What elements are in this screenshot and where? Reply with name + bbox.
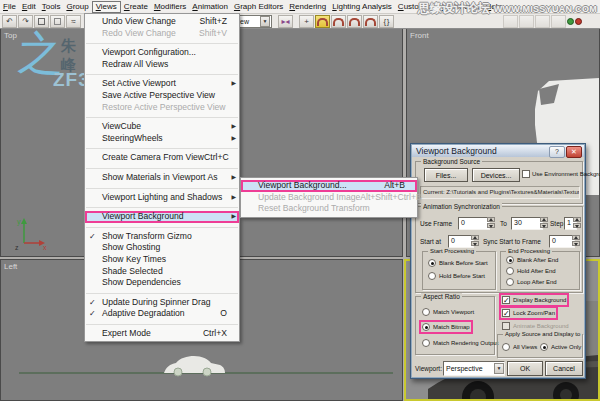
radio-selected-icon: [540, 343, 548, 351]
menu-separator: [86, 320, 238, 325]
dialog-close-button[interactable]: ✕: [566, 146, 582, 158]
match-rendering-output-radio[interactable]: Match Rendering Output: [422, 339, 498, 347]
views-menu: Undo View ChangeShift+Z Redo View Change…: [84, 13, 240, 342]
menu-file[interactable]: File: [0, 1, 19, 13]
menu-item-viewcube[interactable]: ViewCube▶: [85, 121, 239, 133]
devices-button[interactable]: Devices...: [472, 168, 520, 182]
active-only-radio[interactable]: Active Only: [540, 343, 581, 351]
step-spinner[interactable]: [573, 217, 581, 228]
files-button[interactable]: Files...: [424, 168, 468, 182]
menu-item-shade-selected[interactable]: Shade Selected: [85, 266, 239, 278]
select-and-manipulate-icon[interactable]: +: [299, 15, 314, 28]
bind-to-spacewarp-icon[interactable]: ≈: [66, 15, 81, 28]
sync-start-spinner[interactable]: [572, 235, 580, 246]
menu-item-show-materials-in-viewport-as[interactable]: Show Materials in Viewport As▶: [85, 172, 239, 184]
menu-item-show-key-times[interactable]: Show Key Times: [85, 254, 239, 266]
start-at-spinner[interactable]: [471, 235, 479, 246]
ok-button[interactable]: OK: [507, 361, 543, 376]
hold-before-start-radio[interactable]: Hold Before Start: [428, 272, 485, 280]
viewport-background-dialog: Viewport Background ? ✕ Background Sourc…: [410, 143, 586, 379]
blank-after-end-radio[interactable]: Blank After End: [506, 256, 558, 264]
to-spinner[interactable]: [540, 217, 548, 228]
angle-snap-icon[interactable]: [331, 15, 346, 28]
loop-after-end-radio[interactable]: Loop After End: [506, 278, 557, 286]
menu-separator: [86, 39, 238, 44]
menu-views[interactable]: Views: [92, 1, 121, 13]
match-bitmap-radio[interactable]: Match Bitmap: [422, 323, 470, 331]
animation-sync-group: Animation Synchronization Use Frame 0 To…: [415, 206, 583, 293]
menu-item-show-dependencies[interactable]: Show Dependencies: [85, 277, 239, 289]
step-label: Step: [550, 220, 563, 227]
lock-zoom-pan-checkbox[interactable]: ✓ Lock Zoom/Pan: [502, 309, 555, 317]
end-processing-group: End Processing Blank After End Hold Afte…: [500, 251, 580, 290]
viewport-dropdown[interactable]: Perspective ▼: [443, 361, 505, 376]
submenu-arrow-icon: ▶: [231, 172, 236, 184]
menu-item-viewport-background[interactable]: Viewport Background▶: [85, 211, 239, 223]
menu-item-restore-active-perspective-view[interactable]: Restore Active Perspective View: [85, 102, 239, 114]
menu-item-adaptive-degradation[interactable]: ✓Adaptive DegradationO: [85, 308, 239, 320]
dialog-titlebar[interactable]: Viewport Background ? ✕: [412, 145, 584, 157]
checkmark-icon: ✓: [89, 231, 96, 243]
to-field[interactable]: 30: [511, 217, 543, 230]
use-frame-spinner[interactable]: [487, 217, 495, 228]
use-frame-field[interactable]: 0: [458, 217, 490, 230]
unlink-selection-icon[interactable]: [50, 15, 65, 28]
menu-item-redo-view-change[interactable]: Redo View ChangeShift+V: [85, 28, 239, 40]
use-environment-background-checkbox[interactable]: Use Environment Background: [522, 170, 600, 178]
menu-item-redraw-all-views[interactable]: Redraw All Views: [85, 59, 239, 71]
undo-icon[interactable]: ↶: [2, 15, 17, 28]
viewport-front-label: Front: [410, 31, 429, 40]
match-viewport-radio[interactable]: Match Viewport: [422, 308, 474, 316]
spinner-snap-icon[interactable]: [363, 15, 378, 28]
animate-background-checkbox[interactable]: Animate Background: [502, 322, 569, 330]
menu-item-viewport-configuration[interactable]: Viewport Configuration...: [85, 47, 239, 59]
dialog-help-button[interactable]: ?: [549, 146, 565, 158]
select-and-link-icon[interactable]: [34, 15, 49, 28]
submenu-item-update-background-image[interactable]: Update Background ImageAlt+Shift+Ctrl+B: [241, 192, 417, 204]
submenu-arrow-icon: ▶: [231, 133, 236, 145]
blank-before-start-radio[interactable]: Blank Before Start: [428, 259, 488, 267]
radio-icon: [506, 278, 514, 286]
menu-item-viewport-lighting-and-shadows[interactable]: Viewport Lighting and Shadows▶: [85, 192, 239, 204]
menu-animation[interactable]: Animation: [189, 1, 231, 13]
display-background-checkbox[interactable]: ✓ Display Background: [502, 296, 566, 304]
submenu-item-reset-background-transform[interactable]: Reset Background Transform: [241, 203, 417, 215]
percent-snap-icon[interactable]: [347, 15, 362, 28]
apply-source-group: Apply Source and Display to All Views Ac…: [497, 334, 583, 358]
menu-item-steeringwheels[interactable]: SteeringWheels▶: [85, 133, 239, 145]
menu-item-save-active-perspective-view[interactable]: Save Active Perspective View: [85, 90, 239, 102]
viewport-background-submenu: Viewport Background...Alt+B Update Backg…: [240, 177, 418, 218]
checkbox-checked-icon: ✓: [502, 309, 510, 317]
dialog-title: Viewport Background: [416, 146, 497, 156]
hold-after-end-radio[interactable]: Hold After End: [506, 267, 556, 275]
checkbox-icon: [502, 322, 510, 330]
menu-edit[interactable]: Edit: [19, 1, 39, 13]
snap-toggle-3d-icon[interactable]: [315, 15, 330, 28]
redo-icon[interactable]: ↷: [18, 15, 33, 28]
named-selection-icon[interactable]: { }: [379, 15, 394, 28]
menu-item-expert-mode[interactable]: Expert ModeCtrl+X: [85, 328, 239, 340]
radio-selected-icon: [428, 259, 436, 267]
mirror-icon[interactable]: ▸◂: [278, 15, 293, 28]
menu-rendering[interactable]: Rendering: [286, 1, 329, 13]
menu-item-create-camera-from-view[interactable]: Create Camera From ViewCtrl+C: [85, 152, 239, 164]
checkmark-icon: ✓: [89, 297, 96, 309]
menu-group[interactable]: Group: [63, 1, 91, 13]
all-views-radio[interactable]: All Views: [502, 343, 537, 351]
menu-item-show-transform-gizmo[interactable]: ✓Show Transform Gizmo: [85, 231, 239, 243]
menu-item-set-active-viewport[interactable]: Set Active Viewport▶: [85, 78, 239, 90]
submenu-item-viewport-background[interactable]: Viewport Background...Alt+B: [241, 180, 417, 192]
menu-create[interactable]: Create: [121, 1, 151, 13]
cancel-button[interactable]: Cancel: [545, 361, 583, 376]
menu-item-undo-view-change[interactable]: Undo View ChangeShift+Z: [85, 16, 239, 28]
to-label: To: [500, 220, 507, 227]
menu-modifiers[interactable]: Modifiers: [151, 1, 189, 13]
checkbox-checked-icon: ✓: [502, 296, 510, 304]
use-frame-label: Use Frame: [420, 220, 452, 227]
menu-graph-editors[interactable]: Graph Editors: [231, 1, 286, 13]
menu-tools[interactable]: Tools: [39, 1, 64, 13]
axis-tripod-icon: x y z: [7, 215, 51, 259]
menu-lighting-analysis[interactable]: Lighting Analysis: [329, 1, 395, 13]
menu-item-show-ghosting[interactable]: Show Ghosting: [85, 242, 239, 254]
menu-item-update-during-spinner-drag[interactable]: ✓Update During Spinner Drag: [85, 297, 239, 309]
